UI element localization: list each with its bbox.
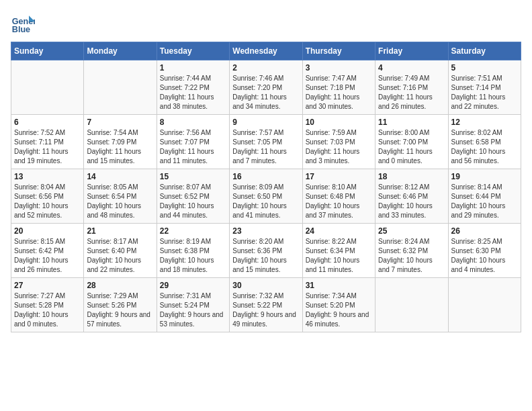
- calendar-cell: 23Sunrise: 8:20 AM Sunset: 6:36 PM Dayli…: [230, 224, 302, 278]
- calendar-cell: 25Sunrise: 8:24 AM Sunset: 6:32 PM Dayli…: [375, 224, 448, 278]
- calendar-cell: 3Sunrise: 7:47 AM Sunset: 7:18 PM Daylig…: [302, 60, 375, 115]
- day-number: 31: [306, 281, 372, 290]
- calendar-cell: 20Sunrise: 8:15 AM Sunset: 6:42 PM Dayli…: [11, 224, 84, 278]
- calendar-cell: [84, 60, 157, 115]
- day-info: Sunrise: 7:52 AM Sunset: 7:11 PM Dayligh…: [14, 128, 81, 166]
- calendar-cell: 10Sunrise: 7:59 AM Sunset: 7:03 PM Dayli…: [302, 115, 375, 169]
- calendar-cell: 1Sunrise: 7:44 AM Sunset: 7:22 PM Daylig…: [157, 60, 229, 115]
- day-number: 28: [87, 281, 153, 290]
- calendar-cell: 14Sunrise: 8:05 AM Sunset: 6:54 PM Dayli…: [84, 169, 157, 224]
- day-number: 8: [160, 118, 226, 127]
- day-info: Sunrise: 8:02 AM Sunset: 6:58 PM Dayligh…: [451, 128, 518, 166]
- day-number: 14: [87, 172, 153, 181]
- calendar-cell: [375, 278, 448, 332]
- calendar-cell: 2Sunrise: 7:46 AM Sunset: 7:20 PM Daylig…: [230, 60, 302, 115]
- day-info: Sunrise: 7:29 AM Sunset: 5:26 PM Dayligh…: [87, 291, 153, 329]
- day-number: 1: [160, 63, 226, 73]
- calendar-cell: 16Sunrise: 8:09 AM Sunset: 6:50 PM Dayli…: [230, 169, 302, 224]
- calendar-cell: 27Sunrise: 7:27 AM Sunset: 5:28 PM Dayli…: [11, 278, 84, 332]
- day-info: Sunrise: 8:04 AM Sunset: 6:56 PM Dayligh…: [14, 183, 81, 220]
- day-info: Sunrise: 8:14 AM Sunset: 6:44 PM Dayligh…: [451, 183, 518, 220]
- day-info: Sunrise: 8:17 AM Sunset: 6:40 PM Dayligh…: [87, 237, 153, 275]
- day-number: 7: [87, 118, 153, 127]
- calendar-cell: 6Sunrise: 7:52 AM Sunset: 7:11 PM Daylig…: [11, 115, 84, 169]
- day-number: 22: [160, 226, 226, 236]
- day-number: 11: [378, 118, 445, 127]
- calendar-cell: 7Sunrise: 7:54 AM Sunset: 7:09 PM Daylig…: [84, 115, 157, 169]
- day-info: Sunrise: 8:10 AM Sunset: 6:48 PM Dayligh…: [306, 183, 372, 220]
- day-info: Sunrise: 7:59 AM Sunset: 7:03 PM Dayligh…: [306, 128, 372, 166]
- page-header: General Blue: [11, 11, 521, 35]
- day-number: 29: [160, 281, 226, 290]
- calendar-week-2: 6Sunrise: 7:52 AM Sunset: 7:11 PM Daylig…: [11, 115, 521, 169]
- calendar-week-3: 13Sunrise: 8:04 AM Sunset: 6:56 PM Dayli…: [11, 169, 521, 224]
- svg-text:Blue: Blue: [12, 25, 30, 34]
- day-info: Sunrise: 8:05 AM Sunset: 6:54 PM Dayligh…: [87, 183, 153, 220]
- day-info: Sunrise: 7:57 AM Sunset: 7:05 PM Dayligh…: [232, 128, 299, 166]
- weekday-header-tuesday: Tuesday: [157, 42, 229, 60]
- day-number: 10: [306, 118, 372, 127]
- day-number: 17: [306, 172, 372, 181]
- weekday-row: SundayMondayTuesdayWednesdayThursdayFrid…: [11, 42, 521, 60]
- day-info: Sunrise: 8:24 AM Sunset: 6:32 PM Dayligh…: [378, 237, 445, 275]
- logo-icon: General Blue: [11, 11, 35, 35]
- calendar-cell: 30Sunrise: 7:32 AM Sunset: 5:22 PM Dayli…: [230, 278, 302, 332]
- weekday-header-wednesday: Wednesday: [230, 42, 302, 60]
- day-info: Sunrise: 7:51 AM Sunset: 7:14 PM Dayligh…: [451, 74, 518, 111]
- day-info: Sunrise: 8:00 AM Sunset: 7:00 PM Dayligh…: [378, 128, 445, 166]
- calendar-cell: 31Sunrise: 7:34 AM Sunset: 5:20 PM Dayli…: [302, 278, 375, 332]
- day-info: Sunrise: 7:46 AM Sunset: 7:20 PM Dayligh…: [232, 74, 299, 111]
- day-info: Sunrise: 8:19 AM Sunset: 6:38 PM Dayligh…: [160, 237, 226, 275]
- day-info: Sunrise: 8:07 AM Sunset: 6:52 PM Dayligh…: [160, 183, 226, 220]
- day-info: Sunrise: 7:47 AM Sunset: 7:18 PM Dayligh…: [306, 74, 372, 111]
- day-number: 26: [451, 226, 518, 236]
- day-number: 16: [232, 172, 299, 181]
- calendar-cell: [448, 278, 521, 332]
- day-info: Sunrise: 7:32 AM Sunset: 5:22 PM Dayligh…: [232, 291, 299, 329]
- calendar-table: SundayMondayTuesdayWednesdayThursdayFrid…: [11, 42, 521, 332]
- weekday-header-friday: Friday: [375, 42, 448, 60]
- day-info: Sunrise: 7:44 AM Sunset: 7:22 PM Dayligh…: [160, 74, 226, 111]
- calendar-cell: 9Sunrise: 7:57 AM Sunset: 7:05 PM Daylig…: [230, 115, 302, 169]
- logo: General Blue: [11, 11, 35, 35]
- calendar-cell: 24Sunrise: 8:22 AM Sunset: 6:34 PM Dayli…: [302, 224, 375, 278]
- calendar-cell: 26Sunrise: 8:25 AM Sunset: 6:30 PM Dayli…: [448, 224, 521, 278]
- weekday-header-sunday: Sunday: [11, 42, 84, 60]
- calendar-header: SundayMondayTuesdayWednesdayThursdayFrid…: [11, 42, 521, 60]
- day-info: Sunrise: 7:54 AM Sunset: 7:09 PM Dayligh…: [87, 128, 153, 166]
- calendar-cell: 12Sunrise: 8:02 AM Sunset: 6:58 PM Dayli…: [448, 115, 521, 169]
- calendar-cell: 11Sunrise: 8:00 AM Sunset: 7:00 PM Dayli…: [375, 115, 448, 169]
- day-info: Sunrise: 8:20 AM Sunset: 6:36 PM Dayligh…: [232, 237, 299, 275]
- day-info: Sunrise: 7:27 AM Sunset: 5:28 PM Dayligh…: [14, 291, 81, 329]
- day-number: 18: [378, 172, 445, 181]
- day-number: 15: [160, 172, 226, 181]
- calendar-week-5: 27Sunrise: 7:27 AM Sunset: 5:28 PM Dayli…: [11, 278, 521, 332]
- weekday-header-thursday: Thursday: [302, 42, 375, 60]
- calendar-body: 1Sunrise: 7:44 AM Sunset: 7:22 PM Daylig…: [11, 60, 521, 332]
- day-info: Sunrise: 7:49 AM Sunset: 7:16 PM Dayligh…: [378, 74, 445, 111]
- day-number: 2: [232, 63, 299, 73]
- day-info: Sunrise: 7:34 AM Sunset: 5:20 PM Dayligh…: [306, 291, 372, 329]
- day-info: Sunrise: 8:22 AM Sunset: 6:34 PM Dayligh…: [306, 237, 372, 275]
- day-number: 3: [306, 63, 372, 73]
- day-info: Sunrise: 8:15 AM Sunset: 6:42 PM Dayligh…: [14, 237, 81, 275]
- weekday-header-monday: Monday: [84, 42, 157, 60]
- weekday-header-saturday: Saturday: [448, 42, 521, 60]
- day-number: 24: [306, 226, 372, 236]
- day-number: 12: [451, 118, 518, 127]
- day-number: 25: [378, 226, 445, 236]
- day-number: 21: [87, 226, 153, 236]
- calendar-cell: 8Sunrise: 7:56 AM Sunset: 7:07 PM Daylig…: [157, 115, 229, 169]
- day-number: 5: [451, 63, 518, 73]
- calendar-cell: 21Sunrise: 8:17 AM Sunset: 6:40 PM Dayli…: [84, 224, 157, 278]
- calendar-cell: 5Sunrise: 7:51 AM Sunset: 7:14 PM Daylig…: [448, 60, 521, 115]
- day-number: 13: [14, 172, 81, 181]
- day-info: Sunrise: 7:56 AM Sunset: 7:07 PM Dayligh…: [160, 128, 226, 166]
- calendar-cell: 22Sunrise: 8:19 AM Sunset: 6:38 PM Dayli…: [157, 224, 229, 278]
- calendar-cell: 17Sunrise: 8:10 AM Sunset: 6:48 PM Dayli…: [302, 169, 375, 224]
- day-number: 20: [14, 226, 81, 236]
- day-number: 6: [14, 118, 81, 127]
- day-number: 30: [232, 281, 299, 290]
- calendar-cell: 18Sunrise: 8:12 AM Sunset: 6:46 PM Dayli…: [375, 169, 448, 224]
- calendar-cell: 4Sunrise: 7:49 AM Sunset: 7:16 PM Daylig…: [375, 60, 448, 115]
